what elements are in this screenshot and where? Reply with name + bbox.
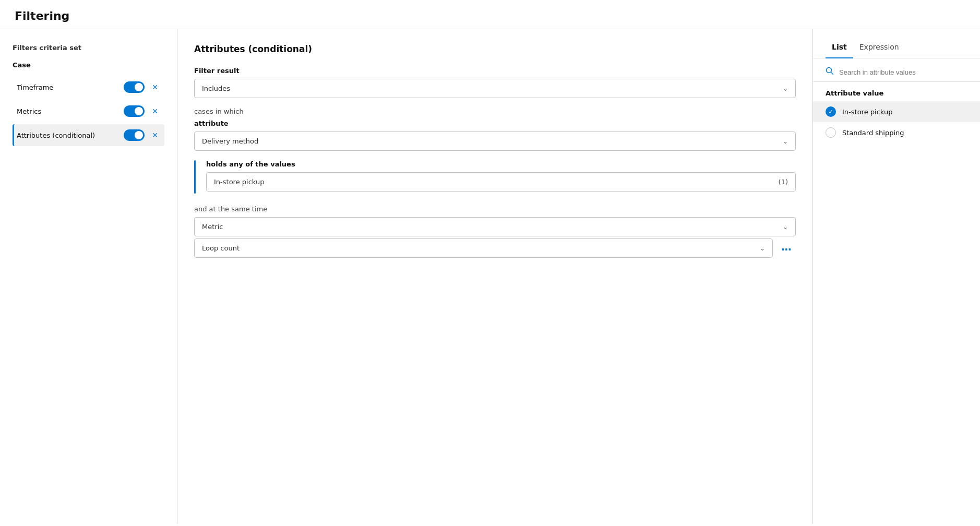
filter-item-timeframe[interactable]: Timeframe ✕ [13, 76, 164, 98]
main-layout: Filters criteria set Case Timeframe ✕ Me… [0, 29, 980, 524]
filter-item-timeframe-close[interactable]: ✕ [150, 82, 160, 92]
filter-item-metrics-close[interactable]: ✕ [150, 106, 160, 116]
metric-chevron-icon: ⌄ [783, 223, 788, 231]
center-panel-title: Attributes (conditional) [194, 44, 796, 54]
holds-section: holds any of the values In-store pickup … [194, 160, 796, 194]
same-time-label: and at the same time [194, 205, 796, 213]
tab-list[interactable]: List [826, 39, 853, 58]
filter-result-label: Filter result [194, 67, 796, 75]
attribute-value-item-in-store-pickup[interactable]: ✓ In-store pickup [813, 101, 980, 122]
blue-bar [194, 160, 196, 194]
filter-result-chevron-icon: ⌄ [783, 85, 788, 92]
filter-result-value: Includes [202, 85, 230, 92]
loop-count-value: Loop count [202, 244, 240, 252]
tab-expression[interactable]: Expression [853, 39, 905, 58]
holds-content: holds any of the values In-store pickup … [206, 160, 796, 194]
attribute-value-header: Attribute value [813, 82, 980, 101]
more-options-button[interactable]: ⋯ [778, 242, 796, 257]
search-input[interactable] [839, 68, 967, 76]
loop-count-row: Loop count ⌄ ⋯ [194, 238, 796, 260]
attribute-label: attribute [194, 119, 796, 127]
filter-item-metrics-label: Metrics [17, 107, 124, 115]
metric-dropdown[interactable]: Metric ⌄ [194, 217, 796, 236]
search-icon [826, 67, 834, 77]
center-panel: Attributes (conditional) Filter result I… [177, 29, 813, 524]
filter-item-attributes-conditional-close[interactable]: ✕ [150, 130, 160, 140]
svg-line-1 [831, 73, 833, 75]
filter-item-attributes-conditional[interactable]: Attributes (conditional) ✕ [13, 124, 164, 146]
left-panel: Filters criteria set Case Timeframe ✕ Me… [0, 29, 177, 524]
filters-criteria-set-title: Filters criteria set [13, 44, 164, 52]
check-circle-in-store-pickup: ✓ [826, 106, 836, 117]
holds-values-field[interactable]: In-store pickup (1) [206, 172, 796, 192]
filter-item-attributes-conditional-controls: ✕ [124, 129, 160, 141]
holds-label: holds any of the values [206, 160, 796, 168]
search-area [813, 58, 980, 82]
attribute-dropdown[interactable]: Delivery method ⌄ [194, 132, 796, 151]
filter-item-metrics-toggle[interactable] [124, 105, 145, 117]
filter-item-timeframe-toggle[interactable] [124, 81, 145, 93]
holds-count: (1) [779, 178, 788, 186]
filter-result-dropdown[interactable]: Includes ⌄ [194, 79, 796, 98]
holds-value: In-store pickup [214, 178, 264, 186]
filter-item-timeframe-controls: ✕ [124, 81, 160, 93]
filter-item-timeframe-label: Timeframe [17, 83, 124, 91]
right-tabs: List Expression [813, 29, 980, 58]
filter-item-metrics[interactable]: Metrics ✕ [13, 100, 164, 122]
right-panel: List Expression Attribute value ✓ In-sto… [813, 29, 980, 524]
metric-value: Metric [202, 223, 223, 231]
attribute-value-in-store-pickup-label: In-store pickup [842, 108, 892, 116]
case-label: Case [13, 61, 164, 69]
filter-item-attributes-conditional-label: Attributes (conditional) [17, 132, 124, 139]
empty-circle-standard-shipping [826, 127, 836, 138]
page-title: Filtering [15, 9, 965, 22]
page-header: Filtering [0, 0, 980, 29]
loop-count-chevron-icon: ⌄ [760, 245, 765, 252]
attribute-value-item-standard-shipping[interactable]: Standard shipping [813, 122, 980, 143]
attribute-value: Delivery method [202, 137, 258, 145]
loop-count-dropdown[interactable]: Loop count ⌄ [194, 238, 773, 258]
attribute-chevron-icon: ⌄ [783, 138, 788, 145]
filter-item-attributes-conditional-toggle[interactable] [124, 129, 145, 141]
cases-in-which-label: cases in which [194, 107, 796, 115]
attribute-value-standard-shipping-label: Standard shipping [842, 129, 904, 137]
filter-item-metrics-controls: ✕ [124, 105, 160, 117]
